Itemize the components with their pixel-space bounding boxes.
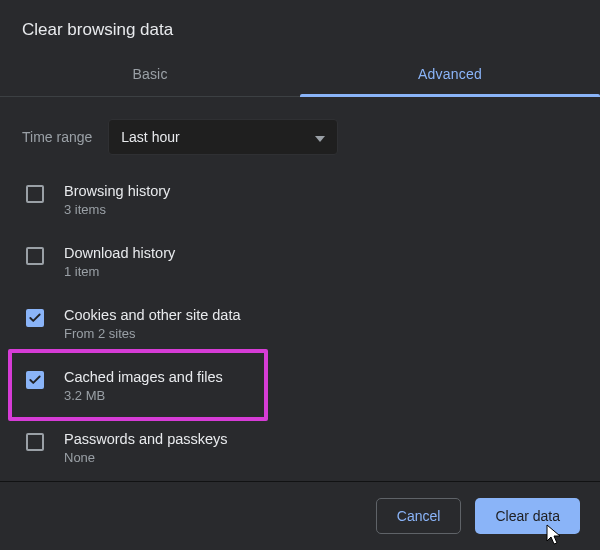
- option-label: Browsing history: [64, 183, 170, 199]
- option-texts: Download history1 item: [64, 245, 175, 279]
- tab-advanced[interactable]: Advanced: [300, 54, 600, 96]
- dialog-title: Clear browsing data: [0, 0, 600, 54]
- dialog-content: Time range Last hour Browsing history3 i…: [0, 97, 600, 481]
- option-row: Cached images and files3.2 MB: [22, 355, 578, 417]
- options-list: Browsing history3 itemsDownload history1…: [22, 165, 578, 481]
- chevron-down-icon: [315, 129, 325, 145]
- dialog-footer: Cancel Clear data: [0, 481, 600, 550]
- option-row: Autofill form data: [22, 479, 578, 481]
- option-sublabel: 3 items: [64, 202, 170, 217]
- option-row: Download history1 item: [22, 231, 578, 293]
- cancel-button[interactable]: Cancel: [376, 498, 462, 534]
- option-texts: Browsing history3 items: [64, 183, 170, 217]
- time-range-select[interactable]: Last hour: [108, 119, 338, 155]
- option-sublabel: 1 item: [64, 264, 175, 279]
- clear-data-button[interactable]: Clear data: [475, 498, 580, 534]
- tab-basic[interactable]: Basic: [0, 54, 300, 96]
- tab-bar: Basic Advanced: [0, 54, 600, 97]
- option-checkbox[interactable]: [26, 433, 44, 451]
- tab-label: Advanced: [418, 66, 482, 82]
- option-sublabel: 3.2 MB: [64, 388, 223, 403]
- clear-browsing-data-dialog: Clear browsing data Basic Advanced Time …: [0, 0, 600, 550]
- option-row: Passwords and passkeysNone: [22, 417, 578, 479]
- option-label: Cached images and files: [64, 369, 223, 385]
- option-texts: Cached images and files3.2 MB: [64, 369, 223, 403]
- option-checkbox[interactable]: [26, 185, 44, 203]
- option-label: Cookies and other site data: [64, 307, 241, 323]
- option-checkbox[interactable]: [26, 371, 44, 389]
- time-range-label: Time range: [22, 129, 92, 145]
- option-texts: Passwords and passkeysNone: [64, 431, 228, 465]
- option-sublabel: None: [64, 450, 228, 465]
- option-sublabel: From 2 sites: [64, 326, 241, 341]
- tab-label: Basic: [132, 66, 167, 82]
- option-label: Passwords and passkeys: [64, 431, 228, 447]
- option-texts: Cookies and other site dataFrom 2 sites: [64, 307, 241, 341]
- option-row: Browsing history3 items: [22, 169, 578, 231]
- option-row: Cookies and other site dataFrom 2 sites: [22, 293, 578, 355]
- option-label: Download history: [64, 245, 175, 261]
- option-checkbox[interactable]: [26, 309, 44, 327]
- option-checkbox[interactable]: [26, 247, 44, 265]
- time-range-row: Time range Last hour: [22, 97, 578, 165]
- time-range-value: Last hour: [121, 129, 179, 145]
